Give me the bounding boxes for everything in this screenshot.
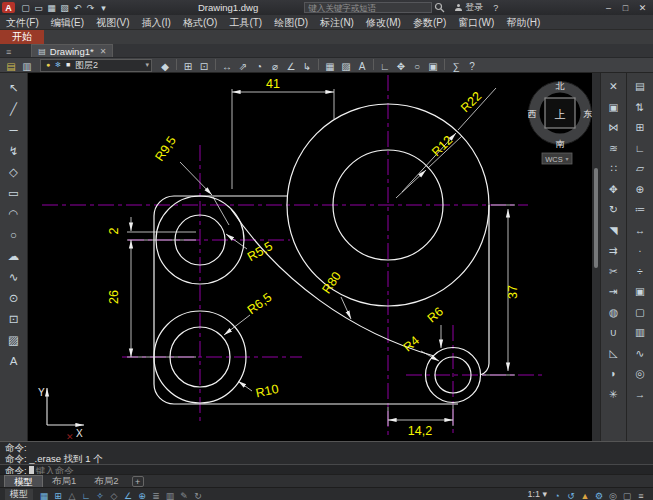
table-icon[interactable]: ▦ <box>322 60 338 73</box>
quickcalc-icon[interactable]: ∑ <box>448 60 464 73</box>
sign-in-button[interactable]: 登录 <box>455 1 483 14</box>
isolate-objects-icon[interactable]: ◎ <box>606 491 620 500</box>
ucs-icon[interactable]: Y X ✕ <box>38 387 84 441</box>
dim-r6_5-text[interactable]: R6,5 <box>245 290 275 317</box>
autoscale-icon[interactable]: ↺ <box>564 491 578 500</box>
toolbar-help-icon[interactable]: ? <box>464 60 480 73</box>
move-icon[interactable]: ✥ <box>604 179 624 200</box>
dim-r6-text[interactable]: R6 <box>425 304 446 325</box>
new-file-icon[interactable]: ▢ <box>19 2 32 14</box>
workspace-gear-icon[interactable]: ⚙ <box>592 491 606 500</box>
polar-tracking-icon[interactable]: ✧ <box>93 491 107 500</box>
object-snap-icon[interactable]: ⊕ <box>135 491 149 500</box>
fillet-icon[interactable]: ◗ <box>604 363 624 384</box>
redo-icon[interactable]: ↷ <box>84 2 97 14</box>
chamfer-icon[interactable]: ◺ <box>604 343 624 364</box>
lineweight-icon[interactable]: ≣ <box>149 491 163 500</box>
save-icon[interactable]: ▦ <box>45 2 58 14</box>
layer-states-icon[interactable]: ▥ <box>19 60 35 73</box>
text-tool-icon[interactable]: A <box>3 350 25 371</box>
ray-icon[interactable]: → <box>630 384 650 405</box>
viewcube-north-label[interactable]: 北 <box>556 81 565 91</box>
document-tab[interactable]: ▤ Drawing1* ✕ <box>31 44 113 57</box>
dim-r12-text[interactable]: R12 <box>429 133 455 159</box>
mtext-icon[interactable]: A <box>354 60 370 73</box>
menu-item-7[interactable]: 标注(N) <box>314 15 360 30</box>
menu-item-0[interactable]: 文件(F) <box>0 15 45 30</box>
centerlines[interactable] <box>42 75 546 439</box>
ellipse-icon[interactable]: ⊙ <box>3 287 25 308</box>
snap-icon[interactable]: ⊞ <box>51 491 65 500</box>
dim-37-text[interactable]: 37 <box>506 285 520 299</box>
clean-screen-icon[interactable]: ▢ <box>620 491 634 500</box>
matchprop-icon[interactable]: ◆ <box>157 60 173 73</box>
undo-icon[interactable]: ↶ <box>71 2 84 14</box>
offset-icon[interactable]: ≋ <box>604 138 624 159</box>
menu-item-11[interactable]: 帮助(H) <box>500 15 546 30</box>
dim-angular-icon[interactable]: ∠ <box>283 60 299 73</box>
menu-item-3[interactable]: 插入(I) <box>135 15 176 30</box>
menu-item-2[interactable]: 视图(V) <box>90 15 135 30</box>
layer-properties-icon[interactable]: ▤ <box>3 60 19 73</box>
drawing-svg[interactable]: 41 R22 R12 R9,5 R5,5 2 26 R6,5 R80 37 R6… <box>28 73 592 441</box>
layer-dropdown[interactable]: ●✻■ 图层2 ▾ <box>40 59 152 72</box>
model-space-button[interactable]: 模型 <box>5 489 33 500</box>
hatch-tool-icon[interactable]: ▨ <box>3 329 25 350</box>
construction-line-icon[interactable]: ─ <box>3 119 25 140</box>
help-button[interactable]: ? <box>493 3 498 13</box>
open-file-icon[interactable]: ▭ <box>32 2 45 14</box>
dim-2-text[interactable]: 2 <box>107 227 121 234</box>
dim-r22-text[interactable]: R22 <box>458 89 484 115</box>
extend-icon[interactable]: ⇥ <box>604 281 624 302</box>
plot-icon[interactable]: ▧ <box>58 2 71 14</box>
point-icon[interactable]: ∙ <box>630 240 650 261</box>
rectangle-icon[interactable]: ▭ <box>3 182 25 203</box>
make-block-icon[interactable]: ⊞ <box>180 60 196 73</box>
dim-radius-icon[interactable]: ◔ <box>251 60 267 73</box>
dim-diameter-icon[interactable]: ⌀ <box>267 60 283 73</box>
search-icon[interactable] <box>434 2 445 13</box>
insert-block-tool-icon[interactable]: ⊡ <box>3 308 25 329</box>
annotation-visibility-icon[interactable]: ◔ <box>550 491 564 500</box>
viewcube-west-label[interactable]: 西 <box>528 109 537 119</box>
qat-more-icon[interactable]: ▾ <box>97 2 110 14</box>
dim-r80-text[interactable]: R80 <box>319 269 343 296</box>
menu-item-9[interactable]: 参数(P) <box>407 15 452 30</box>
circle-icon[interactable]: ○ <box>3 224 25 245</box>
dim-linear-icon[interactable]: ↔ <box>219 60 235 73</box>
drawing-canvas[interactable]: 41 R22 R12 R9,5 R5,5 2 26 R6,5 R80 37 R6… <box>28 73 592 441</box>
rotate-icon[interactable]: ↻ <box>604 199 624 220</box>
dim-r9_5-text[interactable]: R9,5 <box>152 134 178 164</box>
id-point-icon[interactable]: ⊕ <box>630 179 650 200</box>
donut-icon[interactable]: ◎ <box>630 363 650 384</box>
arc-icon[interactable]: ◠ <box>3 203 25 224</box>
dim-14_2-text[interactable]: 14,2 <box>408 424 432 438</box>
measure-area-icon[interactable]: ▱ <box>630 158 650 179</box>
copy-icon[interactable]: ▣ <box>604 97 624 118</box>
ortho-icon[interactable]: ∟ <box>79 491 93 500</box>
annotation-scale-button[interactable]: 1:1 ▾ <box>527 489 547 499</box>
select-icon[interactable]: ↖ <box>3 77 25 98</box>
dim-r5_5-text[interactable]: R5,5 <box>245 239 275 264</box>
helix-icon[interactable]: ∿ <box>630 343 650 364</box>
canvas-scrollbar[interactable] <box>592 73 600 441</box>
selection-cycling-icon[interactable]: ↻ <box>191 491 205 500</box>
minimize-button[interactable]: – <box>600 3 617 13</box>
region-icon[interactable]: ▣ <box>630 281 650 302</box>
menu-item-4[interactable]: 格式(O) <box>177 15 223 30</box>
viewcube[interactable]: 上 北 南 西 东 WCS ▾ <box>528 81 593 164</box>
isodraft-icon[interactable]: ◇ <box>107 491 121 500</box>
dim-41-text[interactable]: 41 <box>266 77 280 91</box>
command-window[interactable]: 命令: 命令: _.erase 找到 1 个 命令: 键入命令 <box>0 441 653 474</box>
wipeout-icon[interactable]: ▥ <box>630 322 650 343</box>
annotation-monitor-icon[interactable]: ▲ <box>578 491 592 500</box>
multileader-icon[interactable]: ↳ <box>299 60 315 73</box>
list-icon[interactable]: ≔ <box>630 199 650 220</box>
dimension-texts[interactable]: 41 R22 R12 R9,5 R5,5 2 26 R6,5 R80 37 R6… <box>107 77 520 438</box>
viewcube-south-label[interactable]: 南 <box>556 139 565 149</box>
stretch-icon[interactable]: ⇉ <box>604 240 624 261</box>
divide-icon[interactable]: ÷ <box>630 261 650 282</box>
object-snap-tracking-icon[interactable]: ∠ <box>121 491 135 500</box>
dist-icon[interactable]: ↔ <box>630 220 650 241</box>
dim-26-text[interactable]: 26 <box>107 290 121 304</box>
